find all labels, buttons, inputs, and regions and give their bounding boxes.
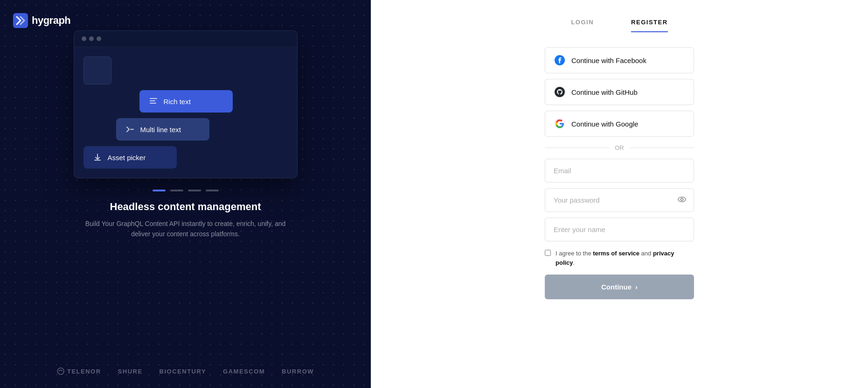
brand-burrow: BURROW [282,368,314,375]
logo: hygraph [13,13,70,28]
carousel-nav [74,190,298,191]
ui-mockup: Rich text Multi line text Asset picker [74,30,298,191]
name-input[interactable] [545,218,694,241]
agree-row: I agree to the terms of service and priv… [545,249,694,267]
menu-item-asset[interactable]: Asset picker [83,146,177,169]
left-panel: hygraph Rich text [0,0,371,388]
nav-dot-1[interactable] [153,190,166,191]
svg-point-6 [57,368,64,374]
svg-point-8 [555,87,565,97]
telenor-label: telenor [67,368,101,375]
shure-label: SHURE [118,368,143,375]
nav-dot-4[interactable] [206,190,219,191]
tagline-title: Headless content management [83,201,288,213]
multiline-icon [125,125,135,134]
brand-logos: telenor SHURE BIOCENTURY gamescom BURROW [0,367,371,375]
mockup-titlebar [74,31,297,47]
mockup-content: Rich text Multi line text Asset picker [74,47,297,178]
toggle-password-icon[interactable] [677,195,687,206]
burrow-label: BURROW [282,368,314,375]
gamescom-label: gamescom [223,368,265,375]
tab-register[interactable]: REGISTER [631,19,667,32]
brand-shure: SHURE [118,368,143,375]
google-button[interactable]: Continue with Google [545,111,694,137]
tagline-subtitle: Build Your GraphQL Content API instantly… [83,219,288,240]
continue-arrow: › [635,283,638,291]
logo-icon [13,13,28,28]
continue-label: Continue [601,283,632,291]
asset-label: Asset picker [108,154,146,162]
google-label: Continue with Google [571,120,638,128]
github-icon [555,87,565,97]
asset-icon [93,153,102,162]
github-label: Continue with GitHub [571,88,638,96]
svg-rect-4 [130,129,134,130]
rich-text-label: Rich text [164,98,191,106]
nav-dot-2[interactable] [170,190,183,191]
github-button[interactable]: Continue with GitHub [545,79,694,105]
auth-form: Continue with Facebook Continue with Git… [545,47,694,299]
brand-telenor: telenor [57,367,101,375]
auth-tabs: LOGIN REGISTER [571,19,667,32]
mock-placeholder [83,56,111,85]
brand-biocentury: BIOCENTURY [160,368,206,375]
window-dot-2 [89,36,94,41]
or-divider: OR [545,144,694,151]
tab-login[interactable]: LOGIN [571,19,594,32]
window-dot-3 [97,36,101,41]
svg-rect-3 [150,103,156,104]
biocentury-label: BIOCENTURY [160,368,206,375]
agree-text: I agree to the terms of service and priv… [556,249,694,267]
password-input[interactable] [545,188,694,212]
facebook-label: Continue with Facebook [571,56,646,64]
svg-point-11 [681,198,683,200]
continue-button[interactable]: Continue › [545,275,694,299]
facebook-button[interactable]: Continue with Facebook [545,47,694,73]
rich-text-icon [149,97,158,106]
multi-text-label: Multi line text [140,126,181,134]
agree-checkbox[interactable] [545,250,551,256]
svg-rect-1 [150,98,157,99]
password-wrapper [545,188,694,212]
telenor-icon [57,367,64,375]
or-line-left [545,148,609,148]
svg-rect-5 [94,160,101,161]
right-panel: LOGIN REGISTER Continue with Facebook Co… [371,0,868,388]
or-line-right [630,148,694,148]
window-dot-1 [82,36,86,41]
google-icon [555,119,565,129]
svg-rect-2 [150,100,155,101]
nav-dot-3[interactable] [188,190,201,191]
mockup-window: Rich text Multi line text Asset picker [74,30,298,178]
terms-link[interactable]: terms of service [593,250,639,257]
menu-item-multi-text[interactable]: Multi line text [116,118,209,141]
brand-gamescom: gamescom [223,368,265,375]
logo-text: hygraph [32,14,70,27]
or-label: OR [615,144,624,151]
menu-item-rich-text[interactable]: Rich text [139,90,233,113]
email-input[interactable] [545,159,694,183]
svg-point-10 [678,197,686,202]
facebook-icon [555,55,565,65]
tagline: Headless content management Build Your G… [83,201,288,240]
